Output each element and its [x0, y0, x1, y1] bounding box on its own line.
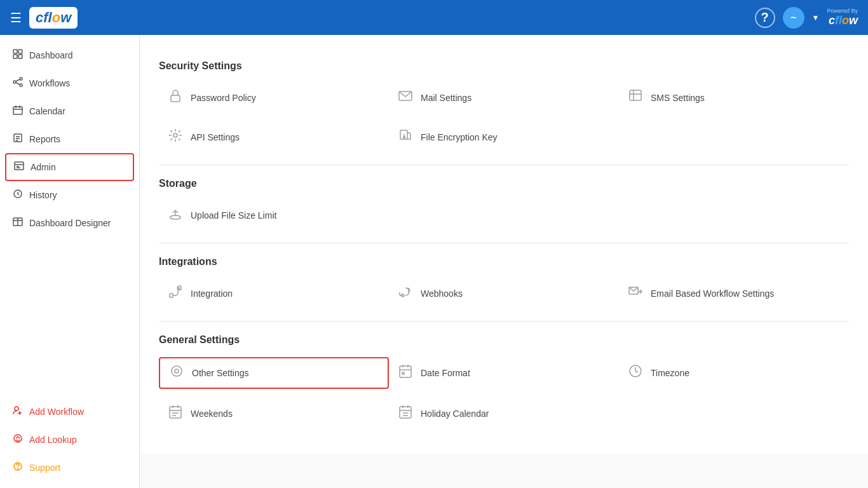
svg-rect-9 [13, 107, 22, 114]
help-button[interactable]: ? [755, 8, 775, 28]
sidebar-item-add-lookup[interactable]: Add Lookup [0, 426, 139, 454]
weekends-icon [166, 404, 184, 423]
api-settings-item[interactable]: API Settings [159, 123, 389, 152]
api-settings-label: API Settings [191, 132, 240, 142]
storage-grid: Upload File Size Limit [159, 201, 849, 230]
sidebar-label-workflows: Workflows [29, 78, 70, 88]
svg-line-8 [16, 83, 20, 85]
other-settings-label: Other Settings [192, 368, 249, 378]
security-settings-title: Security Settings [159, 60, 849, 72]
password-policy-label: Password Policy [191, 93, 256, 103]
date-format-item[interactable]: Date Format [389, 357, 619, 389]
layout: Dashboard Workflows Calendar [0, 35, 868, 488]
sidebar-item-reports[interactable]: Reports [0, 125, 139, 153]
email-workflow-item[interactable]: Email Based Workflow Settings [619, 279, 849, 308]
timezone-icon [627, 363, 644, 383]
sidebar-item-history[interactable]: History [0, 181, 139, 209]
svg-point-46 [175, 369, 179, 373]
file-encryption-icon [397, 128, 414, 147]
powered-logo-text: cflow [829, 14, 858, 27]
logo[interactable]: cflow [29, 7, 78, 29]
upload-file-size-limit-item[interactable]: Upload File Size Limit [159, 201, 389, 230]
support-icon [13, 461, 23, 474]
svg-rect-47 [400, 366, 411, 377]
webhooks-item[interactable]: Webhooks [389, 279, 619, 308]
api-settings-icon [166, 128, 184, 147]
sidebar-item-add-workflow[interactable]: Add Workflow [0, 398, 139, 426]
integrations-section: Integrations Integration Webhooks [159, 243, 849, 322]
integrations-grid: Integration Webhooks Email Based Workflo… [159, 279, 849, 308]
integration-item[interactable]: Integration [159, 279, 389, 308]
general-settings-grid: Other Settings Date Format Timezone [159, 357, 849, 428]
security-settings-grid: Password Policy Mail Settings SMS Settin… [159, 83, 849, 152]
admin-icon [14, 161, 24, 173]
sidebar-label-history: History [29, 190, 57, 200]
avatar-button[interactable]: ~ [783, 7, 804, 29]
history-icon [13, 189, 23, 201]
weekends-label: Weekends [191, 409, 233, 419]
password-policy-icon [166, 88, 184, 107]
header: ☰ cflow ? ~ ▼ Powered By cflow [0, 0, 868, 35]
holiday-calendar-icon [397, 404, 414, 423]
mail-settings-icon [397, 88, 414, 107]
weekends-item[interactable]: Weekends [159, 399, 389, 428]
security-settings-section: Security Settings Password Policy Mail S… [159, 48, 849, 165]
svg-point-36 [173, 133, 177, 137]
timezone-item[interactable]: Timezone [619, 357, 849, 389]
integrations-title: Integrations [159, 256, 849, 268]
sidebar-label-dashboard: Dashboard [29, 50, 73, 60]
svg-point-4 [13, 81, 16, 83]
timezone-label: Timezone [651, 368, 689, 378]
main-content: Security Settings Password Policy Mail S… [140, 35, 868, 488]
avatar-icon: ~ [790, 12, 796, 24]
other-settings-item[interactable]: Other Settings [159, 357, 389, 389]
file-encryption-key-item[interactable]: File Encryption Key [389, 123, 619, 152]
content-inner: Security Settings Password Policy Mail S… [140, 35, 868, 454]
sidebar-item-calendar[interactable]: Calendar [0, 97, 139, 125]
svg-point-40 [170, 215, 180, 219]
header-right: ? ~ ▼ Powered By cflow [755, 7, 858, 29]
upload-file-size-label: Upload File Size Limit [191, 210, 276, 220]
sidebar: Dashboard Workflows Calendar [0, 35, 140, 488]
storage-title: Storage [159, 178, 849, 189]
dashboard-designer-icon [13, 217, 23, 229]
email-workflow-icon [627, 284, 644, 303]
sidebar-item-dashboard-designer[interactable]: Dashboard Designer [0, 209, 139, 237]
svg-point-38 [403, 137, 405, 139]
add-lookup-icon [13, 433, 23, 446]
hamburger-menu[interactable]: ☰ [10, 10, 22, 25]
avatar-dropdown-arrow[interactable]: ▼ [812, 13, 820, 22]
svg-point-6 [20, 84, 22, 86]
webhooks-icon [397, 284, 414, 303]
svg-rect-33 [630, 90, 641, 100]
sidebar-item-support[interactable]: Support [0, 454, 139, 482]
date-format-icon [397, 363, 414, 383]
svg-point-5 [20, 78, 22, 80]
integration-icon [166, 284, 184, 303]
svg-rect-31 [171, 95, 180, 102]
sidebar-item-workflows[interactable]: Workflows [0, 69, 139, 97]
sidebar-item-dashboard[interactable]: Dashboard [0, 41, 139, 69]
mail-settings-label: Mail Settings [421, 93, 471, 103]
general-settings-section: General Settings Other Settings Date For… [159, 322, 849, 441]
powered-by: Powered By cflow [827, 8, 858, 27]
sidebar-label-reports: Reports [29, 134, 60, 144]
svg-rect-17 [15, 162, 24, 170]
sidebar-label-support: Support [29, 463, 60, 473]
sidebar-label-admin: Admin [31, 162, 56, 172]
other-settings-icon [168, 363, 186, 383]
mail-settings-item[interactable]: Mail Settings [389, 83, 619, 112]
svg-rect-3 [18, 55, 22, 58]
password-policy-item[interactable]: Password Policy [159, 83, 389, 112]
sidebar-item-admin[interactable]: Admin [5, 153, 134, 181]
svg-rect-53 [170, 407, 181, 418]
file-encryption-key-label: File Encryption Key [421, 132, 498, 142]
svg-rect-41 [170, 294, 173, 297]
svg-point-30 [18, 469, 18, 470]
workflows-icon [13, 77, 23, 90]
sms-settings-item[interactable]: SMS Settings [619, 83, 849, 112]
holiday-calendar-item[interactable]: Holiday Calendar [389, 399, 619, 428]
logo-text: cflow [36, 10, 71, 26]
svg-rect-1 [18, 50, 22, 53]
svg-point-45 [172, 366, 182, 376]
